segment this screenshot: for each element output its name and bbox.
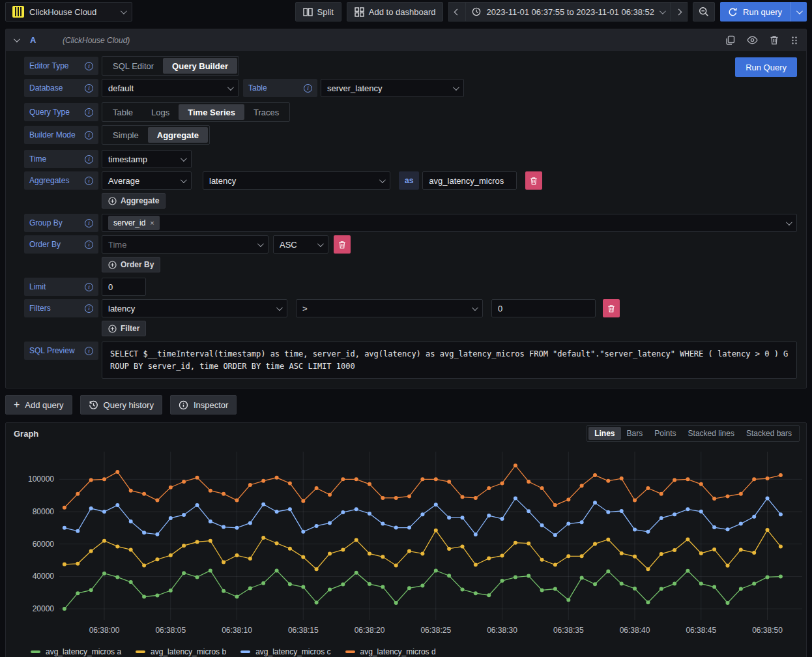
database-select[interactable]: default <box>102 79 239 97</box>
order-by-direction-select[interactable]: ASC <box>273 235 328 254</box>
query-row-header[interactable]: A (ClickHouse Cloud) <box>6 29 806 51</box>
collapse-chevron-icon[interactable] <box>14 36 20 42</box>
inspector-button[interactable]: Inspector <box>170 395 237 415</box>
info-icon[interactable]: i <box>85 283 93 291</box>
graph-style-stacked-lines[interactable]: Stacked lines <box>682 427 740 440</box>
info-icon[interactable]: i <box>85 84 93 93</box>
info-icon[interactable]: i <box>304 84 312 93</box>
chevron-down-icon <box>181 177 187 183</box>
query-type-traces[interactable]: Traces <box>244 104 288 120</box>
info-icon[interactable]: i <box>85 177 93 185</box>
drag-handle-icon <box>790 36 798 45</box>
remove-tag-icon[interactable]: × <box>150 219 154 227</box>
time-range-button[interactable]: 2023-11-01 06:37:55 to 2023-11-01 06:38:… <box>466 2 671 22</box>
query-history-button[interactable]: Query history <box>80 395 162 415</box>
aggregates-row: Aggregatesi Average latency as <box>24 171 797 190</box>
aggregate-alias-input[interactable] <box>422 171 517 190</box>
run-query-split-button: Run query <box>720 2 807 22</box>
drag-handle[interactable] <box>790 36 798 45</box>
info-icon[interactable]: i <box>85 131 93 139</box>
add-order-by-button[interactable]: Order By <box>102 257 160 272</box>
circle-plus-icon <box>108 261 117 269</box>
filter-column-select[interactable]: latency <box>102 299 287 317</box>
run-query-button[interactable]: Run query <box>720 2 790 22</box>
aggregate-column-select[interactable]: latency <box>203 171 390 190</box>
add-filter-button[interactable]: Filter <box>102 321 146 336</box>
database-table-row: Databasei default Tablei server_latency <box>24 79 797 97</box>
trash-icon <box>770 35 779 45</box>
editor-type-sql-editor[interactable]: SQL Editor <box>104 58 163 74</box>
query-type-time-series[interactable]: Time Series <box>179 104 244 120</box>
hide-response-button[interactable] <box>747 36 758 44</box>
time-range-back-button[interactable] <box>448 2 466 22</box>
time-series-chart[interactable]: 2000040000600008000010000006:38:0006:38:… <box>6 444 806 643</box>
legend-item[interactable]: avg_latency_micros d <box>345 647 436 656</box>
legend-item[interactable]: avg_latency_micros c <box>240 647 330 656</box>
split-label: Split <box>317 7 334 17</box>
top-toolbar: ClickHouse Cloud Split Add to dashboard … <box>0 0 812 23</box>
eye-icon <box>747 36 758 44</box>
chevron-right-icon <box>676 8 682 15</box>
group-by-select[interactable]: server_id× <box>102 214 797 232</box>
query-type-table[interactable]: Table <box>104 104 142 120</box>
remove-filter-button[interactable] <box>603 299 620 317</box>
filter-value-input[interactable] <box>491 299 596 317</box>
info-icon[interactable]: i <box>85 108 93 117</box>
run-query-dropdown-button[interactable] <box>790 2 807 22</box>
add-aggregate-button[interactable]: Aggregate <box>102 193 166 209</box>
svg-text:06:38:10: 06:38:10 <box>222 626 252 635</box>
svg-text:06:38:35: 06:38:35 <box>553 626 584 635</box>
query-ref-id[interactable]: A <box>30 35 56 45</box>
info-icon[interactable]: i <box>85 62 93 70</box>
info-icon[interactable]: i <box>85 219 93 227</box>
info-icon[interactable]: i <box>85 347 93 355</box>
aggregate-function-select[interactable]: Average <box>102 171 192 190</box>
info-icon[interactable]: i <box>85 241 93 249</box>
time-picker-group: 2023-11-01 06:37:55 to 2023-11-01 06:38:… <box>448 2 688 22</box>
legend-item[interactable]: avg_latency_micros b <box>136 647 226 656</box>
builder-mode-aggregate[interactable]: Aggregate <box>148 127 208 143</box>
trash-icon <box>607 304 615 313</box>
filter-operator-select[interactable]: > <box>296 299 483 317</box>
graph-legend: avg_latency_micros a avg_latency_micros … <box>6 645 806 656</box>
chevron-down-icon <box>181 155 187 162</box>
chevron-down-icon <box>472 304 478 311</box>
remove-aggregate-button[interactable] <box>525 171 542 190</box>
graph-style-points[interactable]: Points <box>648 427 682 440</box>
query-type-logs[interactable]: Logs <box>142 104 179 120</box>
graph-style-stacked-bars[interactable]: Stacked bars <box>740 427 798 440</box>
as-keyword-chip: as <box>399 171 419 190</box>
filters-label: Filtersi <box>24 299 98 317</box>
zoom-out-button[interactable] <box>693 2 715 22</box>
time-range-forward-button[interactable] <box>671 2 688 22</box>
table-select[interactable]: server_latency <box>321 79 464 97</box>
graph-style-lines[interactable]: Lines <box>588 427 620 440</box>
builder-mode-simple[interactable]: Simple <box>104 127 148 143</box>
chevron-down-icon <box>786 219 792 226</box>
add-to-dashboard-button[interactable]: Add to dashboard <box>347 2 444 22</box>
svg-text:20000: 20000 <box>33 604 55 613</box>
legend-item[interactable]: avg_latency_micros a <box>31 647 121 656</box>
editor-type-query-builder[interactable]: Query Builder <box>163 58 237 74</box>
remove-order-by-button[interactable] <box>334 235 351 254</box>
run-query-panel-button[interactable]: Run Query <box>735 57 797 77</box>
svg-text:06:38:25: 06:38:25 <box>420 626 451 635</box>
chevron-down-icon <box>257 241 264 247</box>
order-by-column-select[interactable]: Time <box>102 235 268 254</box>
add-query-button[interactable]: +Add query <box>5 395 72 415</box>
refresh-icon <box>728 7 738 17</box>
graph-style-bars[interactable]: Bars <box>621 427 649 440</box>
remove-query-button[interactable] <box>770 35 779 45</box>
info-icon[interactable]: i <box>85 155 93 164</box>
datasource-picker[interactable]: ClickHouse Cloud <box>5 2 132 22</box>
info-icon[interactable]: i <box>85 304 93 313</box>
chevron-left-icon <box>454 8 461 15</box>
copy-icon <box>725 35 735 45</box>
limit-input[interactable] <box>102 278 146 296</box>
svg-text:06:38:05: 06:38:05 <box>155 626 186 635</box>
duplicate-query-button[interactable] <box>725 35 735 45</box>
svg-text:06:38:45: 06:38:45 <box>686 626 716 635</box>
split-button[interactable]: Split <box>295 2 341 22</box>
builder-mode-row: Builder Modei Simple Aggregate <box>24 125 797 145</box>
time-column-select[interactable]: timestamp <box>102 150 192 168</box>
